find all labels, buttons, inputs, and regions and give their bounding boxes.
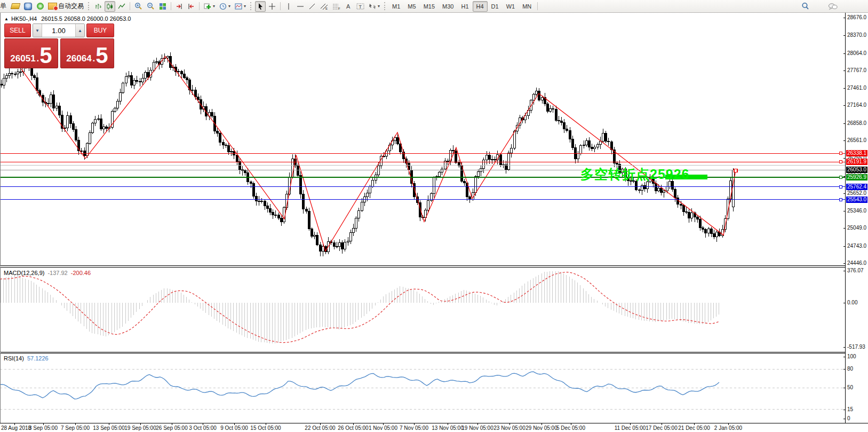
- axis-tick-mark: [843, 18, 846, 18]
- date-tick-mark: [630, 423, 631, 425]
- turning-point-annotation: 多空转折点25926: [580, 166, 690, 183]
- rsi-panel-canvas[interactable]: [0, 353, 845, 423]
- date-tick-label: 29 Nov 05:00: [525, 425, 558, 431]
- toolbar-separator: [171, 2, 171, 10]
- buy-button[interactable]: BUY: [86, 23, 114, 37]
- indicators-button[interactable]: ▾: [202, 1, 217, 12]
- date-tick-mark: [109, 423, 109, 425]
- price-tick-label: 24743.0: [847, 243, 866, 249]
- axis-tick-mark: [843, 347, 846, 348]
- timeframe-D1-button[interactable]: D1: [488, 1, 503, 12]
- date-tick-mark: [14, 423, 15, 425]
- channel-tool-button[interactable]: E: [318, 1, 330, 12]
- price-axis[interactable]: 28676.028370.028064.027767.027461.027164…: [845, 12, 868, 423]
- chart-shift-button[interactable]: [186, 1, 196, 12]
- rsi-axis-label: 50: [847, 384, 853, 390]
- autotrading-button[interactable]: 自动交易: [46, 1, 85, 12]
- periods-button[interactable]: ▾: [218, 1, 232, 12]
- date-tick-label: 2 Jan 05:00: [714, 425, 742, 431]
- volume-increase-button[interactable]: ▲: [75, 24, 84, 37]
- date-tick-label: 26 Sep 05:00: [156, 425, 188, 431]
- chevron-down-icon: ▾: [378, 4, 380, 9]
- market-icon: [24, 3, 32, 10]
- volume-decrease-button[interactable]: ▼: [33, 24, 42, 37]
- zoom-out-button[interactable]: [145, 1, 156, 12]
- community-chat-button[interactable]: [826, 1, 839, 12]
- timeframe-MN-button[interactable]: MN: [519, 1, 535, 12]
- macd-name: MACD(12,26,9): [4, 270, 44, 276]
- price-tick-label: 26561.0: [847, 137, 866, 143]
- auto-scroll-icon: [176, 3, 183, 10]
- chart-window: ▲HK50-,H426015.5 26058.0 26000.0 26053.0…: [0, 12, 868, 432]
- date-tick-mark: [43, 423, 44, 425]
- date-tick-mark: [140, 423, 141, 425]
- timeframe-M15-button[interactable]: M15: [420, 1, 439, 12]
- rsi-axis-label: 80: [847, 366, 853, 372]
- macd-main-value: -137.92: [47, 270, 67, 276]
- date-tick-label: 13 Sep 05:00: [93, 425, 125, 431]
- date-tick-label: 5 Dec 05:00: [556, 425, 585, 431]
- search-button[interactable]: [800, 1, 811, 12]
- axis-tick-mark: [843, 303, 846, 303]
- trendline-tool-button[interactable]: [307, 1, 317, 12]
- buy-price-quote[interactable]: 26064.5: [60, 38, 114, 68]
- text-label-icon: T: [356, 3, 364, 10]
- timeframe-H1-button[interactable]: H1: [457, 1, 472, 12]
- arrows-tool-button[interactable]: ▾: [367, 1, 381, 12]
- chart-shift-icon: [187, 3, 195, 10]
- timeframe-M5-button[interactable]: M5: [404, 1, 419, 12]
- macd-axis-label: 0.00: [847, 300, 857, 305]
- vertical-line-tool-button[interactable]: [283, 1, 294, 12]
- market-button[interactable]: [22, 1, 34, 12]
- zoom-in-button[interactable]: [133, 1, 144, 12]
- horizontal-line-icon: [297, 3, 304, 10]
- date-tick-mark: [203, 423, 203, 425]
- tile-windows-button[interactable]: [157, 1, 168, 12]
- sell-price-int: 26051: [10, 53, 35, 64]
- timeframe-H4-button[interactable]: H4: [473, 1, 488, 12]
- sell-button[interactable]: SELL: [4, 23, 31, 37]
- timeframe-M30-button[interactable]: M30: [439, 1, 457, 12]
- timeframe-M1-button[interactable]: M1: [388, 1, 404, 12]
- sell-price-quote[interactable]: 26051.5: [4, 38, 58, 68]
- candlestick-icon: [106, 3, 114, 10]
- date-tick-mark: [172, 423, 172, 425]
- one-click-trading-panel: SELL ▼ 1.00 ▲ BUY 26051.5 26064.5: [4, 23, 114, 68]
- volume-value[interactable]: 1.00: [42, 24, 75, 37]
- date-tick-mark: [320, 423, 321, 425]
- date-tick-mark: [694, 423, 695, 425]
- price-chart-canvas[interactable]: [0, 12, 845, 266]
- date-tick-mark: [234, 423, 235, 425]
- buy-price-int: 26064: [66, 53, 91, 64]
- macd-panel-canvas[interactable]: [0, 267, 845, 352]
- main-toolbar: 单 自动交易 ▾ ▾ ▾ E F A: [0, 0, 868, 13]
- template-icon: [235, 3, 242, 10]
- time-axis[interactable]: 28 Aug 20183 Sep 05:007 Sep 05:0013 Sep …: [0, 423, 868, 432]
- templates-button[interactable]: ▾: [233, 1, 248, 12]
- text-label-tool-button[interactable]: T: [355, 1, 366, 12]
- axis-tick-mark: [843, 140, 846, 141]
- auto-scroll-button[interactable]: [174, 1, 185, 12]
- mt4-window: 单 自动交易 ▾ ▾ ▾ E F A: [0, 0, 868, 432]
- svg-text:F: F: [338, 7, 340, 10]
- fibonacci-tool-button[interactable]: F: [331, 1, 342, 12]
- metaeditor-button[interactable]: [10, 1, 21, 12]
- bar-chart-type-button[interactable]: [93, 1, 103, 12]
- axis-tick-mark: [843, 410, 846, 410]
- timeframe-W1-button[interactable]: W1: [503, 1, 519, 12]
- date-tick-mark: [728, 423, 729, 425]
- collapse-panel-icon[interactable]: ▲: [4, 17, 9, 21]
- candlestick-chart-type-button[interactable]: [105, 1, 115, 12]
- price-tick-label: 28064.0: [847, 50, 866, 56]
- signals-button[interactable]: [35, 1, 45, 12]
- line-chart-icon: [118, 3, 125, 10]
- date-tick-label: 15 Oct 05:00: [250, 425, 281, 431]
- horizontal-line-tool-button[interactable]: [295, 1, 306, 12]
- line-chart-type-button[interactable]: [116, 1, 127, 12]
- new-order-button[interactable]: 单: [0, 1, 9, 12]
- date-tick-label: 9 Oct 05:00: [220, 425, 248, 431]
- text-tool-button[interactable]: A: [343, 1, 354, 12]
- rsi-axis-label: 100: [847, 354, 856, 359]
- crosshair-tool-button[interactable]: [267, 1, 277, 12]
- cursor-tool-button[interactable]: [255, 1, 266, 12]
